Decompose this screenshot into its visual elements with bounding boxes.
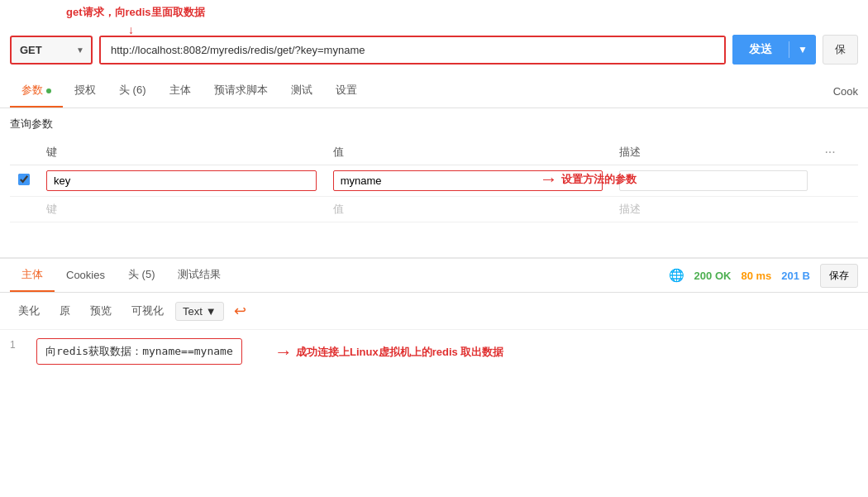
send-button[interactable]: 发送 — [732, 35, 789, 65]
placeholder-desc-cell: 描述 — [611, 197, 816, 222]
placeholder-key-cell: 键 — [38, 197, 325, 222]
tab-body[interactable]: 主体 — [158, 74, 203, 108]
col-header-key: 键 — [38, 140, 325, 165]
tab-headers[interactable]: 头 (6) — [107, 74, 158, 108]
response-tab-test-results[interactable]: 测试结果 — [166, 259, 232, 292]
code-line-1: 1 向redis获取数据：myname==myname → 成功连接上Linux… — [10, 338, 858, 365]
row-actions-cell — [816, 165, 858, 197]
table-row: → 设置方法的参数 — [10, 165, 858, 197]
response-section: 主体 Cookies 头 (5) 测试结果 🌐 200 OK 80 ms 201… — [0, 257, 868, 373]
response-tab-headers[interactable]: 头 (5) — [117, 259, 167, 292]
line-number: 1 — [10, 338, 23, 351]
placeholder-row: 键 值 描述 — [10, 197, 858, 222]
format-tab-beautify[interactable]: 美化 — [10, 299, 48, 323]
format-tab-preview[interactable]: 预览 — [82, 299, 120, 323]
code-area: 1 向redis获取数据：myname==myname → 成功连接上Linux… — [0, 330, 868, 373]
set-param-annotation: → 设置方法的参数 — [540, 169, 637, 190]
tab-auth[interactable]: 授权 — [63, 74, 107, 108]
params-table: 键 值 描述 ··· — [10, 140, 858, 222]
key-input[interactable] — [46, 170, 317, 191]
tab-settings[interactable]: 设置 — [324, 74, 369, 108]
format-tabs-row: 美化 原 预览 可视化 Text ▼ ↩ — [0, 293, 868, 330]
save-button[interactable]: 保 — [823, 35, 858, 65]
key-cell — [38, 165, 325, 197]
value-cell: → 设置方法的参数 — [325, 165, 612, 197]
actions-dots-header[interactable]: ··· — [824, 145, 835, 159]
cookies-tab-right[interactable]: Cook — [833, 77, 858, 106]
text-format-chevron-icon: ▼ — [206, 305, 217, 318]
annotation-arrow-down: ↓ — [128, 23, 134, 36]
placeholder-value-cell: 值 — [325, 197, 612, 222]
method-select[interactable]: GET POST PUT DELETE — [12, 37, 91, 63]
status-time: 80 ms — [741, 270, 771, 282]
text-format-select[interactable]: Text ▼ — [175, 302, 224, 321]
tab-pre-request[interactable]: 预请求脚本 — [203, 74, 279, 108]
placeholder-actions-cell — [816, 197, 858, 222]
params-dot — [46, 88, 51, 93]
status-size: 201 B — [781, 270, 810, 282]
description-input[interactable] — [619, 170, 808, 191]
url-input-wrapper — [99, 36, 726, 65]
get-request-annotation: get请求，向redis里面取数据 — [66, 5, 205, 20]
row-checkbox[interactable] — [18, 174, 30, 185]
spacer — [0, 231, 868, 251]
text-format-label: Text — [183, 305, 203, 318]
response-tab-body[interactable]: 主体 — [10, 259, 55, 292]
success-annotation: → 成功连接上Linux虚拟机上的redis 取出数据 — [274, 342, 503, 363]
query-params-label: 查询参数 — [10, 117, 858, 131]
col-header-actions: ··· — [816, 140, 858, 165]
url-input[interactable] — [101, 37, 724, 63]
wrap-icon[interactable]: ↩ — [234, 302, 246, 320]
row-checkbox-cell — [10, 165, 38, 197]
placeholder-checkbox-cell — [10, 197, 38, 222]
description-cell — [611, 165, 816, 197]
save-response-button[interactable]: 保存 — [820, 264, 858, 288]
send-dropdown-button[interactable]: ▼ — [789, 36, 816, 63]
col-header-checkbox — [10, 140, 38, 165]
query-params-section: 查询参数 键 值 描述 ··· — [0, 108, 868, 231]
code-content: 向redis获取数据：myname==myname — [36, 338, 242, 365]
tab-params[interactable]: 参数 — [10, 74, 63, 108]
request-tabs: 参数 授权 头 (6) 主体 预请求脚本 测试 设置 Cook — [0, 74, 868, 108]
col-header-description: 描述 — [611, 140, 816, 165]
format-tab-visualize[interactable]: 可视化 — [123, 299, 172, 323]
tab-tests[interactable]: 测试 — [279, 74, 324, 108]
globe-icon: 🌐 — [669, 268, 684, 283]
method-select-wrapper[interactable]: GET POST PUT DELETE ▼ — [10, 36, 93, 65]
send-btn-group: 发送 ▼ — [732, 35, 816, 65]
response-tabs: 主体 Cookies 头 (5) 测试结果 🌐 200 OK 80 ms 201… — [0, 259, 868, 293]
response-tab-cookies[interactable]: Cookies — [55, 260, 117, 291]
status-code: 200 OK — [694, 270, 732, 282]
format-tab-raw[interactable]: 原 — [51, 299, 79, 323]
col-header-value: 值 — [325, 140, 612, 165]
response-status-group: 🌐 200 OK 80 ms 201 B 保存 — [669, 264, 858, 288]
